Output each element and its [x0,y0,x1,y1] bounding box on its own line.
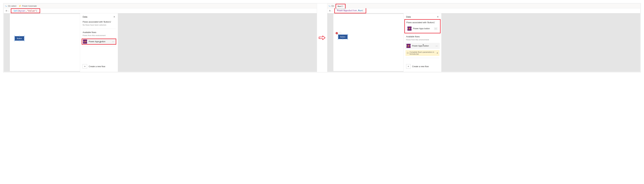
resize-handle[interactable] [24,38,25,39]
power-automate-tab[interactable]: ⚡ Power Automate [19,5,37,7]
section-title: Flows associated with 'Button1' [83,21,115,23]
panel-title: Data [406,15,411,18]
token-string: "Value" [27,9,36,12]
flow-label: Power Apps button [89,40,106,43]
panel-header: Data ✕ [80,13,118,20]
section-subtitle: No flows have been selected. [83,24,115,26]
onselect-property[interactable]: ⮑ On select [5,5,16,7]
token-function: Set [14,9,18,12]
resize-handle[interactable] [338,34,338,35]
create-label: Create a new flow [89,65,105,68]
resize-handle[interactable] [14,36,15,36]
tab-label: Power Automate [22,5,37,7]
formula-input[interactable]: Set(myvar,"Value") [12,9,39,12]
section-title: Available flows [83,31,115,33]
property-label: On select [8,5,16,7]
associated-flows-highlight: Flows associated with 'Button1' <⚡> Powe… [405,20,440,33]
resize-handle[interactable] [347,34,348,35]
available-flows-section: Available flows Flows from this environm… [404,34,441,42]
intellisense-tooltip: Run() [336,4,346,8]
progression-arrow [318,35,326,40]
plus-icon: ＋ [406,64,410,69]
flow-item-available[interactable]: <⚡> Power Apps button ⋯ ⤲ [405,43,440,49]
banner-text: Complete flow's parameters in formula ba… [410,51,436,55]
section-title: Available flows [406,35,439,38]
onselect-property[interactable]: ⮑ On [328,5,334,7]
screen-before: ⮑ On select ⚡ Power Automate fx Set(myva… [4,4,317,72]
resize-handle[interactable] [347,39,348,40]
section-title: Flows associated with 'Button1' [406,21,438,24]
formula-bar: fx Set(myvar,"Value") [4,8,317,13]
associated-flows-section: Flows associated with 'Button1' [406,21,439,25]
resize-handle[interactable] [19,36,20,36]
associated-flows-section: Flows associated with 'Button1' No flows… [80,20,118,27]
action-icon: ⮑ [328,5,330,7]
more-icon[interactable]: ⋯ [434,27,438,30]
resize-handle[interactable] [338,36,338,37]
token-dot: . [357,9,358,12]
info-icon: ⓘ [407,52,409,54]
create-flow-row[interactable]: ＋ Create a new flow [80,63,118,70]
more-icon[interactable]: ⋯ [112,40,115,43]
token-paren: ( [362,9,364,12]
chevron-down-icon[interactable]: ⌄ [339,32,341,34]
resize-handle[interactable] [338,39,338,40]
fx-button[interactable]: fx [4,8,11,13]
property-toolbar: ⮑ On select ⚡ Power Automate [4,4,317,8]
flow-label: Power Apps button [412,45,429,47]
button-control[interactable]: Button [15,36,24,41]
token-paren: ) [36,9,38,12]
canvas[interactable]: Button ✕ ⌄ [334,14,404,71]
token-identifier: myvar [19,9,26,12]
formula-input[interactable]: PowerAppsbutton.Run( [336,9,365,12]
flow-icon: <⚡> [83,40,87,44]
cursor-icon: ⤲ [99,41,101,43]
button-control[interactable]: Button ✕ ⌄ [338,35,348,39]
flow-icon: <⚡> [406,44,410,48]
flow-label: Power Apps button [413,27,430,30]
action-icon: ⮑ [5,5,7,7]
close-icon[interactable]: ✕ [436,52,438,54]
canvas-area: Button Data ✕ Flows associated w [4,13,317,72]
warning-banner: ⓘ Complete flow's parameters in formula … [406,50,440,56]
resize-handle[interactable] [14,38,15,39]
data-panel: Data ✕ Flows associated with 'Button1' <… [404,13,441,72]
button-text: Button [340,36,346,38]
more-icon[interactable]: ⋯ [435,44,438,47]
formula-bar: fx PowerAppsbutton.Run( [327,8,640,13]
flow-item-powerapps-button[interactable]: <⚡> Power Apps button ⋯ ⤲ [82,39,116,45]
section-subtitle: Flows from this environment [83,34,115,36]
canvas[interactable]: Button [10,14,80,71]
fx-button[interactable]: fx [327,8,335,13]
resize-handle[interactable] [347,36,348,37]
section-subtitle: Flows from this environment [406,39,439,41]
resize-handle[interactable] [342,39,343,40]
resize-handle[interactable] [14,40,15,41]
error-badge[interactable]: ✕ [336,32,338,34]
divider [82,29,116,29]
flow-item-associated[interactable]: <⚡> Power Apps button ⋯ [406,26,439,32]
property-label: On [332,5,334,7]
plus-icon: ＋ [83,64,87,69]
token-identifier: PowerAppsbutton [337,9,357,12]
resize-handle[interactable] [24,40,25,41]
close-icon[interactable]: ✕ [113,15,115,18]
create-label: Create a new flow [412,65,429,68]
close-icon[interactable]: ✕ [437,15,439,18]
formula-highlight: PowerAppsbutton.Run( [334,8,366,13]
cursor-icon: ⤲ [422,43,424,46]
resize-handle[interactable] [19,40,20,41]
panel-title: Data [83,15,88,18]
data-panel: Data ✕ Flows associated with 'Button1' N… [80,13,118,72]
screen-after: ⮑ On Run() fx PowerAppsbutton.Run( Butto… [327,4,640,72]
button-text: Button [17,37,22,39]
available-flows-section: Available flows Flows from this environm… [80,30,118,38]
formula-highlight: Set(myvar,"Value") [11,8,40,13]
resize-handle[interactable] [24,36,25,36]
token-method: Run [358,9,362,12]
canvas-area: Button ✕ ⌄ Data ✕ [327,13,640,72]
resize-handle[interactable] [342,34,343,35]
flow-icon: <⚡> [408,26,412,31]
comparison-container: ⮑ On select ⚡ Power Automate fx Set(myva… [3,3,641,72]
create-flow-row[interactable]: ＋ Create a new flow [404,63,441,70]
